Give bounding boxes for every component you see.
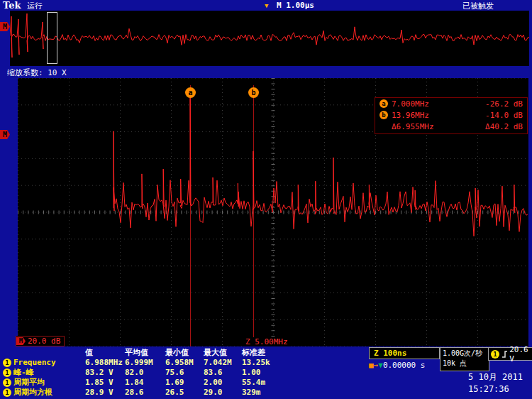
meas-cell: 6.988MHz — [85, 358, 125, 368]
trigger-level-readout: 1 20.6 V — [488, 347, 532, 361]
meas-header-min: 最小值 — [165, 348, 204, 358]
meas-cell: 82.0 — [125, 368, 165, 378]
cursor-b-frequency: 13.96MHz — [392, 111, 429, 120]
cursor-a-level: -26.2 dB — [485, 99, 523, 109]
sample-rate: 1.00G次/秒 — [443, 349, 487, 359]
overview-trace — [10, 13, 529, 58]
date: 5 10月 2011 — [468, 371, 523, 383]
overview-waveform-svg — [10, 11, 529, 66]
meas-cell: 1.69 — [165, 378, 204, 388]
record-length: 10k 点 — [443, 359, 487, 368]
meas-row-label: 1 周期均方根 — [3, 388, 85, 398]
trigger-level-value: 20.6 V — [509, 345, 531, 364]
meas-cell: 55.4m — [242, 378, 284, 388]
time: 15:27:36 — [468, 383, 523, 395]
trigger-triangle-icon: ▼ — [378, 361, 383, 370]
cursor-a-badge: a — [379, 99, 388, 108]
acquisition-run-status: 运行 — [27, 1, 43, 11]
trigger-position-icon: ▼ — [265, 2, 268, 9]
meas-name: 周期平均 — [13, 378, 45, 388]
meas-row-label: 1 峰-峰 — [3, 368, 85, 378]
top-status-bar: Tek 运行 ▼ M 1.00μs 已被触发 — [0, 0, 532, 11]
cursor-delta-level: Δ40.2 dB — [485, 122, 523, 131]
cursor-b-readout: b 13.96MHz -14.0 dB — [375, 109, 527, 121]
meas-header-max: 最大值 — [204, 348, 242, 358]
rising-edge-icon — [501, 350, 507, 359]
zoom-factor-label: 缩放系数: 10 X — [7, 67, 67, 78]
math-channel-badge: M — [16, 337, 26, 345]
cursor-delta-spacer — [379, 122, 388, 131]
meas-cell: 329m — [242, 388, 284, 398]
cursor-a-readout: a 7.000MHz -26.2 dB — [375, 98, 527, 109]
meas-cell: 29.0 — [204, 388, 242, 398]
trigger-arrow-icon: ■→ — [369, 361, 378, 370]
meas-cell: 83.2 V — [85, 368, 125, 378]
measurement-table: 值 平均值 最小值 最大值 标准差 1 Frequency 6.988MHz 6… — [3, 348, 284, 398]
meas-header-std: 标准差 — [242, 348, 284, 358]
acquisition-readout: 1.00G次/秒 10k 点 — [440, 347, 489, 371]
math-channel-marker-overview: M — [0, 22, 10, 31]
cursor-marker-a[interactable]: a — [185, 87, 196, 98]
meas-name: 峰-峰 — [13, 368, 34, 378]
math-channel-marker-main: M — [0, 130, 10, 139]
cursor-a-frequency: 7.000MHz — [392, 99, 429, 109]
meas-cell: 6.958M — [165, 358, 204, 368]
cursor-delta-frequency: Δ6.955MHz — [392, 122, 434, 131]
channel-1-badge: 1 — [3, 378, 11, 387]
channel-1-badge: 1 — [3, 368, 11, 377]
meas-cell: 1.84 — [125, 378, 165, 388]
meas-row-label: 1 Frequency — [3, 358, 85, 368]
meas-header-spacer — [3, 348, 85, 358]
meas-cell: 26.5 — [165, 388, 204, 398]
zoom-timebase-readout: Z 100ns — [369, 347, 440, 359]
meas-cell: 13.25k — [242, 358, 284, 368]
meas-row-label: 1 周期平均 — [3, 378, 85, 388]
meas-name: 周期均方根 — [13, 388, 52, 398]
main-graticule: a b a 7.000MHz -26.2 dB b 13.96MHz -14.0… — [18, 78, 528, 346]
math-scale-readout: M 20.0 dB — [16, 336, 65, 346]
channel-1-badge: 1 — [3, 388, 11, 397]
meas-header-value: 值 — [85, 348, 125, 358]
meas-cell: 28.9 V — [85, 388, 125, 398]
zoom-window-bracket[interactable] — [47, 12, 57, 64]
meas-cell: 83.6 — [204, 368, 242, 378]
center-frequency-readout: Z 5.00MHz — [243, 337, 290, 346]
tek-logo: Tek — [3, 0, 21, 11]
oscilloscope-screen: Tek 运行 ▼ M 1.00μs 已被触发 M 缩放系数: 10 X a b … — [0, 0, 532, 399]
trigger-position-value: 0.00000 s — [383, 361, 426, 370]
cursor-readout-box: a 7.000MHz -26.2 dB b 13.96MHz -14.0 dB … — [375, 97, 528, 134]
main-timebase-readout: M 1.00μs — [277, 1, 314, 10]
waveform-overview-strip — [10, 11, 529, 66]
trigger-status: 已被触发 — [462, 1, 494, 11]
math-scale-value: 20.0 dB — [28, 337, 60, 346]
meas-header-mean: 平均值 — [125, 348, 165, 358]
meas-name: Frequency — [13, 358, 56, 368]
zoom-factor-bar: 缩放系数: 10 X — [0, 66, 532, 78]
cursor-b-level: -14.0 dB — [485, 111, 523, 120]
trigger-position-readout: ■→▼0.00000 s — [369, 361, 425, 370]
channel-1-badge: 1 — [3, 359, 11, 367]
meas-cell: 1.00 — [242, 368, 284, 378]
meas-cell: 7.042M — [204, 358, 242, 368]
meas-cell: 1.85 V — [85, 378, 125, 388]
cursor-b-badge: b — [379, 111, 388, 119]
cursor-marker-b[interactable]: b — [248, 87, 259, 98]
meas-cell: 75.6 — [165, 368, 204, 378]
trigger-channel-badge: 1 — [491, 350, 499, 359]
meas-cell: 6.999M — [125, 358, 165, 368]
cursor-delta-readout: Δ6.955MHz Δ40.2 dB — [375, 121, 527, 132]
meas-cell: 2.00 — [204, 378, 242, 388]
meas-cell: 28.6 — [125, 388, 165, 398]
date-time-readout: 5 10月 2011 15:27:36 — [468, 371, 523, 395]
